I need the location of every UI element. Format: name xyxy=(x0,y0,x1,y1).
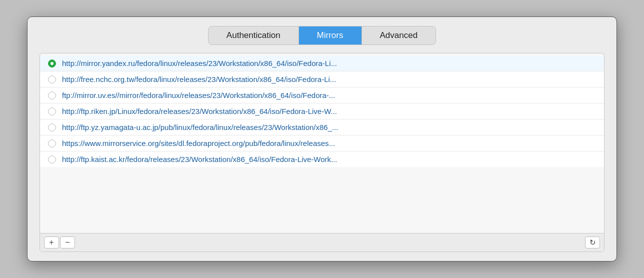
mirror-list: http://mirror.yandex.ru/fedora/linux/rel… xyxy=(40,54,604,233)
toolbar: + − ↻ xyxy=(40,233,604,252)
mirror-row[interactable]: http://ftp.yz.yamagata-u.ac.jp/pub/linux… xyxy=(40,120,604,136)
mirror-row[interactable]: https://www.mirrorservice.org/sites/dl.f… xyxy=(40,136,604,152)
mirror-url: http://mirror.yandex.ru/fedora/linux/rel… xyxy=(62,59,337,68)
remove-mirror-button[interactable]: − xyxy=(60,236,75,248)
mirror-url: http://ftp.riken.jp/Linux/fedora/release… xyxy=(62,107,337,116)
toolbar-right: ↻ xyxy=(585,236,600,248)
radio-dot xyxy=(48,76,56,84)
main-window: Authentication Mirrors Advanced http://m… xyxy=(27,16,617,262)
mirror-row[interactable]: http://mirror.yandex.ru/fedora/linux/rel… xyxy=(40,56,604,72)
radio-dot xyxy=(48,108,56,116)
mirrors-content: http://mirror.yandex.ru/fedora/linux/rel… xyxy=(40,53,604,252)
mirror-url: ftp://mirror.uv.es//mirror/fedora/linux/… xyxy=(62,91,335,100)
tab-advanced[interactable]: Advanced xyxy=(362,26,436,44)
radio-dot xyxy=(48,156,56,164)
mirror-url: http://ftp.yz.yamagata-u.ac.jp/pub/linux… xyxy=(62,123,338,132)
mirror-url: https://www.mirrorservice.org/sites/dl.f… xyxy=(62,139,335,148)
mirror-row[interactable]: http://ftp.riken.jp/Linux/fedora/release… xyxy=(40,104,604,120)
mirror-row[interactable]: http://free.nchc.org.tw/fedora/linux/rel… xyxy=(40,72,604,88)
mirror-row[interactable]: http://ftp.kaist.ac.kr/fedora/releases/2… xyxy=(40,152,604,167)
radio-dot xyxy=(48,92,56,100)
radio-dot xyxy=(48,124,56,132)
tab-authentication[interactable]: Authentication xyxy=(208,26,299,44)
mirror-row[interactable]: ftp://mirror.uv.es//mirror/fedora/linux/… xyxy=(40,88,604,104)
mirror-url: http://free.nchc.org.tw/fedora/linux/rel… xyxy=(62,75,336,84)
toolbar-left: + − xyxy=(44,236,75,248)
add-mirror-button[interactable]: + xyxy=(44,236,59,248)
radio-dot xyxy=(48,140,56,148)
tab-mirrors[interactable]: Mirrors xyxy=(299,26,362,44)
mirror-url: http://ftp.kaist.ac.kr/fedora/releases/2… xyxy=(62,155,338,164)
radio-dot xyxy=(48,60,56,68)
refresh-button[interactable]: ↻ xyxy=(585,236,600,248)
tab-bar: Authentication Mirrors Advanced xyxy=(208,26,436,45)
